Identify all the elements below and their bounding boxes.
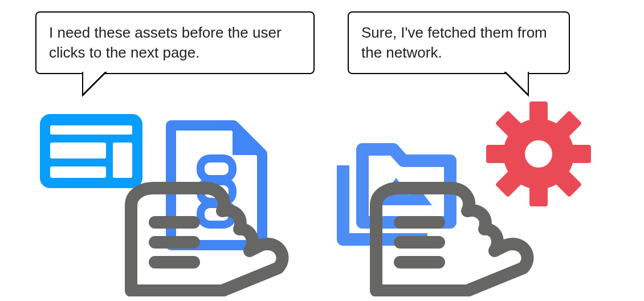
speech-bubble-left: I need these assets before the user clic… (35, 11, 315, 74)
svg-rect-2 (50, 143, 106, 158)
gear-icon (484, 100, 593, 210)
svg-rect-3 (113, 143, 132, 178)
svg-point-23 (525, 140, 552, 168)
speech-bubble-right: Sure, I've fetched them from the network… (348, 11, 570, 74)
svg-rect-4 (50, 166, 106, 178)
speech-text-right: Sure, I've fetched them from the network… (361, 24, 547, 61)
svg-rect-1 (50, 125, 132, 135)
speech-text-left: I need these assets before the user clic… (49, 24, 282, 61)
hand-giving-left-icon (120, 177, 291, 299)
